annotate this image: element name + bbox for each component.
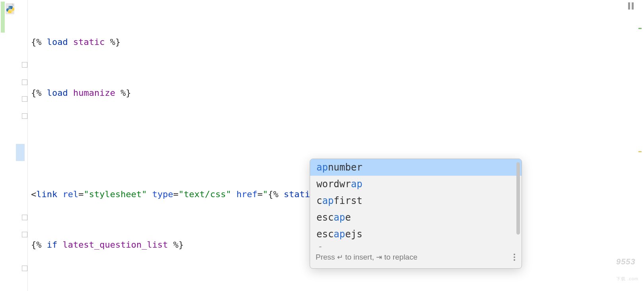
match-fragment: ap [368,245,380,247]
html-tag: link [36,189,57,199]
html-attr: type [152,189,173,199]
more-options-icon[interactable] [512,252,517,262]
template-keyword: load [47,88,68,98]
watermark-main: 9553 [616,257,636,266]
template-delim: {% [31,88,42,98]
fold-toggle[interactable] [22,80,27,85]
template-delim: %} [173,240,184,250]
html-attr: rel [62,189,78,199]
enter-key-icon: ↵ [337,253,343,261]
completion-text: first [334,195,362,206]
match-fragment: ap [334,229,345,240]
match-fragment: ap [334,212,345,223]
tag-delim: < [31,189,36,199]
template-identifier: latest_question_list [63,240,168,250]
template-delim: %} [120,88,131,98]
fold-toggle[interactable] [22,266,27,271]
completion-text: ejs [345,229,362,240]
python-file-icon [4,2,17,15]
completion-text: e [345,212,351,223]
completion-text: wordwr [316,178,351,190]
template-delim: {% [31,37,42,47]
hint-text: Press [316,253,337,261]
fold-toggle[interactable] [22,215,27,220]
completion-text: force_esc [316,245,368,247]
string: " [263,189,268,199]
template-identifier: static [73,37,105,47]
completion-list[interactable]: apnumber wordwrap capfirst escape escape… [310,159,522,247]
editor-gutter [0,0,28,291]
template-keyword: load [47,37,68,47]
match-fragment: ap [322,195,334,206]
watermark: 9553 下载 .com [616,253,638,287]
template-delim: {% [268,189,279,199]
match-fragment: ap [351,178,363,190]
tab-key-icon: ⇥ [376,253,382,261]
watermark-sub: 下载 .com [616,270,638,287]
string: "stylesheet" [83,189,147,199]
completion-text: esc [316,229,334,240]
svg-point-2 [12,12,12,13]
code-completion-popup[interactable]: apnumber wordwrap capfirst escape escape… [310,159,522,269]
completion-text: esc [316,212,334,223]
completion-footer: Press ↵ to insert, ⇥ to replace [310,247,522,268]
code-line[interactable]: {% load humanize %} [31,85,644,102]
completion-item[interactable]: wordwrap [310,176,522,192]
string: "text/css" [178,189,231,199]
completion-scrollbar[interactable] [516,162,520,235]
template-delim: %} [110,37,121,47]
fold-toggle[interactable] [22,113,27,119]
hint-text: to replace [382,253,417,261]
code-line[interactable] [31,135,644,152]
template-identifier: humanize [73,88,115,98]
fold-toggle[interactable] [22,62,27,68]
completion-item[interactable]: force_escape [310,242,522,247]
match-fragment: ap [316,162,328,173]
completion-item[interactable]: escapejs [310,226,522,242]
fold-toggle[interactable] [22,96,27,102]
template-keyword: if [47,240,58,250]
code-line[interactable]: <ul> [31,287,644,291]
completion-text: c [316,195,322,206]
template-delim: {% [31,240,42,250]
completion-hint: Press ↵ to insert, ⇥ to replace [316,249,417,266]
svg-point-1 [9,7,10,8]
hint-text: to insert, [343,253,376,261]
completion-text: e [380,245,385,247]
current-line-gutter-highlight [16,144,25,161]
completion-text: number [328,162,363,173]
completion-item[interactable]: escape [310,209,522,226]
html-attr: href [237,189,258,199]
vcs-added-marker [1,2,5,33]
code-line[interactable]: {% load static %} [31,34,644,51]
completion-item[interactable]: capfirst [310,192,522,209]
fold-toggle[interactable] [22,232,27,237]
completion-item[interactable]: apnumber [310,159,522,176]
